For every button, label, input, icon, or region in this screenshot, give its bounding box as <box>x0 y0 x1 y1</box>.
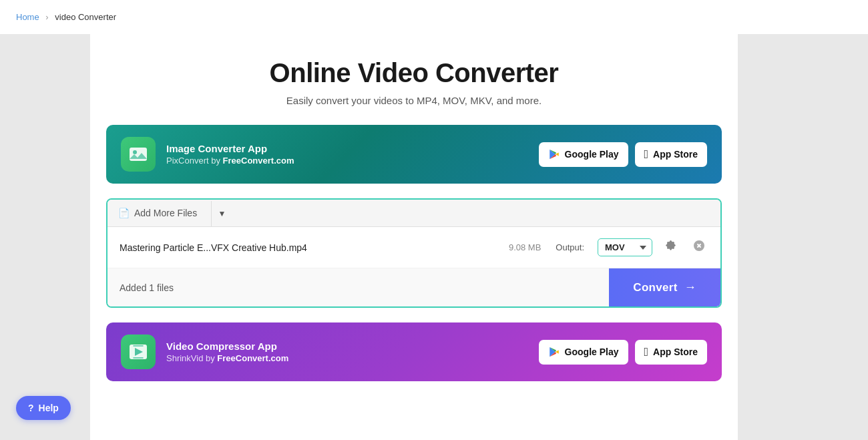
help-label: Help <box>39 403 59 413</box>
file-plus-icon: 📄 <box>118 208 130 218</box>
image-google-play-button[interactable]: Google Play <box>539 142 628 167</box>
video-app-store-label: App Store <box>653 347 698 357</box>
image-converter-text: Image Converter App PixConvert by FreeCo… <box>166 143 539 166</box>
google-play-icon <box>548 148 560 160</box>
breadcrumb-current: video Converter <box>55 12 116 22</box>
output-format-select[interactable]: MOV MP4 MKV AVI WMV FLV WEBM <box>598 238 652 256</box>
chevron-down-icon: ▼ <box>218 209 226 218</box>
add-files-bar: 📄 Add More Files ▼ <box>107 200 720 227</box>
remove-file-button[interactable] <box>690 236 708 258</box>
video-app-store-button[interactable]:  App Store <box>635 340 707 365</box>
help-icon: ? <box>28 403 34 413</box>
image-google-play-label: Google Play <box>565 149 619 160</box>
video-compressor-name: Video Compressor App <box>166 341 539 352</box>
file-size: 9.08 MB <box>509 242 541 252</box>
video-compressor-buttons: Google Play  App Store <box>539 340 707 365</box>
gear-icon <box>664 239 678 252</box>
apple-icon:  <box>644 148 649 162</box>
video-compressor-icon <box>121 335 156 369</box>
page-subtitle: Easily convert your videos to MP4, MOV, … <box>106 95 722 106</box>
convert-arrow-icon: → <box>684 280 696 294</box>
image-converter-sub: PixConvert by FreeConvert.com <box>166 156 294 166</box>
video-google-play-label: Google Play <box>565 347 619 357</box>
convert-label: Convert <box>633 281 677 294</box>
file-name: Mastering Particle E...VFX Creative Hub.… <box>120 242 499 253</box>
breadcrumb: Home › video Converter <box>0 0 868 34</box>
files-added-text: Added 1 files <box>107 282 609 293</box>
breadcrumb-home[interactable]: Home <box>16 12 39 22</box>
google-play-icon-2 <box>548 346 560 358</box>
video-compressor-text: Video Compressor App ShrinkVid by FreeCo… <box>166 341 539 364</box>
video-compressor-banner: Video Compressor App ShrinkVid by FreeCo… <box>106 322 722 381</box>
image-app-store-label: App Store <box>653 149 698 160</box>
sidebar-left <box>0 34 90 440</box>
svg-point-1 <box>133 150 137 154</box>
image-converter-name: Image Converter App <box>166 143 539 154</box>
breadcrumb-separator: › <box>45 12 48 22</box>
video-google-play-button[interactable]: Google Play <box>539 340 628 365</box>
image-converter-buttons: Google Play  App Store <box>539 142 707 167</box>
add-files-button[interactable]: 📄 Add More Files <box>107 200 208 226</box>
image-converter-icon <box>121 137 156 172</box>
video-compressor-sub: ShrinkVid by FreeConvert.com <box>166 353 288 363</box>
help-button[interactable]: ? Help <box>16 396 71 420</box>
settings-button[interactable] <box>662 236 680 258</box>
image-app-store-button[interactable]:  App Store <box>635 142 707 167</box>
page-title: Online Video Converter <box>106 58 722 88</box>
main-wrapper: Online Video Converter Easily convert yo… <box>0 34 868 440</box>
content-area: Online Video Converter Easily convert yo… <box>90 34 738 440</box>
add-files-dropdown-button[interactable]: ▼ <box>211 201 233 226</box>
convert-button[interactable]: Convert → <box>609 268 720 306</box>
output-label: Output: <box>556 242 584 252</box>
image-converter-banner: Image Converter App PixConvert by FreeCo… <box>106 125 722 184</box>
add-files-label: Add More Files <box>134 208 197 218</box>
convert-bar: Added 1 files Convert → <box>107 268 720 306</box>
file-row: Mastering Particle E...VFX Creative Hub.… <box>107 227 720 268</box>
sidebar-right <box>738 34 868 440</box>
converter-area: 📄 Add More Files ▼ Mastering Particle E.… <box>106 198 722 308</box>
apple-icon-2:  <box>644 345 649 359</box>
close-icon <box>692 239 706 252</box>
